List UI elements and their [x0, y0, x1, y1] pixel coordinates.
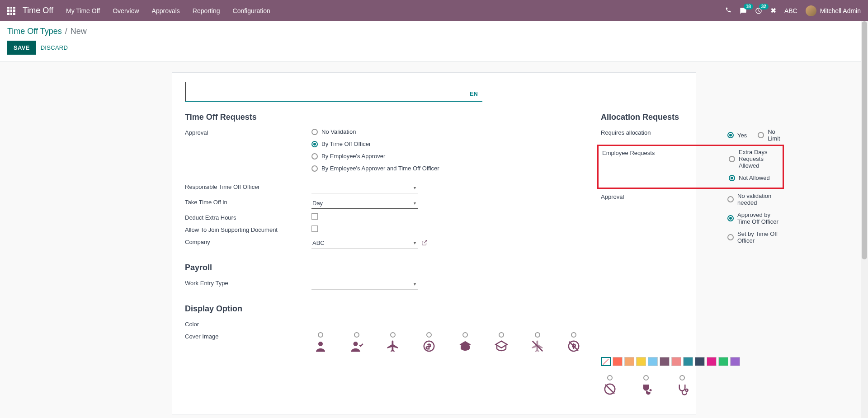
stethoscope-fill-icon [637, 382, 655, 396]
radio-by-officer[interactable]: By Time Off Officer [311, 141, 583, 147]
topbar-right: 18 32 ✖ ABC Mitchell Admin [725, 5, 861, 16]
color-none[interactable] [601, 357, 611, 366]
cover-radio-3[interactable] [390, 332, 396, 338]
app-title[interactable]: Time Off [23, 6, 53, 15]
svg-point-9 [650, 389, 652, 391]
label-take-time-off-in: Take Time Off in [185, 198, 311, 206]
cover-radio-5[interactable] [462, 332, 468, 338]
no-money-icon [565, 339, 583, 353]
menu-reporting[interactable]: Reporting [193, 7, 220, 14]
svg-point-2 [354, 342, 358, 346]
cover-radio-11[interactable] [679, 375, 685, 380]
radio-approval-right: No validation needed Approved by Time Of… [727, 193, 780, 244]
label-requires-allocation: Requires allocation [601, 128, 727, 136]
radio-alloc-yes[interactable]: Yes [727, 128, 747, 142]
checkbox-allow-supporting-doc[interactable] [311, 225, 318, 232]
activities-badge: 32 [759, 4, 769, 9]
svg-point-10 [686, 389, 688, 391]
color-swatch-6[interactable] [671, 357, 681, 366]
radio-employee-requests: Extra Days Requests Allowed Not Allowed [729, 149, 779, 181]
color-picker [601, 357, 780, 366]
graduation-outline-icon [492, 339, 510, 353]
phone-icon[interactable] [725, 7, 731, 15]
section-payroll: Payroll [185, 263, 583, 272]
breadcrumb: Time Off Types / New [7, 27, 861, 36]
person-icon [311, 339, 330, 353]
radio-approved-by-officer[interactable]: Approved by Time Off Officer [727, 211, 780, 225]
color-swatch-9[interactable] [707, 357, 717, 366]
stethoscope-outline-icon [673, 382, 691, 396]
radio-alloc-no-limit[interactable]: No Limit [758, 128, 780, 142]
checkbox-deduct-extra-hours[interactable] [311, 213, 318, 220]
money-icon [420, 339, 438, 353]
tools-icon[interactable]: ✖ [770, 6, 776, 15]
select-company[interactable]: ABC [311, 238, 418, 249]
color-swatch-5[interactable] [660, 357, 670, 366]
no-money-outline-icon [601, 382, 619, 396]
radio-not-allowed[interactable]: Not Allowed [729, 174, 779, 181]
color-swatch-8[interactable] [695, 357, 705, 366]
cover-radio-2[interactable] [354, 332, 359, 338]
cover-image-options [311, 332, 583, 353]
top-navbar: Time Off My Time Off Overview Approvals … [0, 0, 868, 21]
label-company: Company [185, 238, 311, 245]
radio-set-by-officer[interactable]: Set by Time Off Officer [727, 230, 780, 244]
color-swatch-7[interactable] [683, 357, 693, 366]
vertical-scrollbar[interactable] [861, 21, 868, 418]
cover-radio-4[interactable] [426, 332, 432, 338]
apps-icon[interactable] [7, 7, 15, 15]
label-allow-supporting-doc: Allow To Join Supporting Document [185, 225, 311, 233]
color-swatch-1[interactable] [613, 357, 623, 366]
color-swatch-2[interactable] [624, 357, 634, 366]
svg-point-1 [318, 342, 323, 346]
select-work-entry-type[interactable] [311, 279, 418, 290]
discard-button[interactable]: DISCARD [41, 44, 68, 51]
save-button[interactable]: SAVE [7, 41, 36, 55]
select-take-unit[interactable]: Day [311, 198, 418, 209]
menu-overview[interactable]: Overview [113, 7, 139, 14]
external-link-icon[interactable] [421, 240, 428, 247]
user-menu[interactable]: Mitchell Admin [806, 5, 861, 16]
radio-no-validation-needed[interactable]: No validation needed [727, 193, 780, 206]
cover-radio-6[interactable] [499, 332, 504, 338]
label-responsible-officer: Responsible Time Off Officer [185, 183, 311, 190]
radio-extra-days-allowed[interactable]: Extra Days Requests Allowed [729, 149, 779, 169]
plane-icon [384, 339, 402, 353]
label-approval-right: Approval [601, 193, 727, 200]
label-approval: Approval [185, 128, 311, 136]
lang-toggle[interactable]: EN [465, 87, 482, 101]
menu-approvals[interactable]: Approvals [152, 7, 180, 14]
cover-radio-1[interactable] [318, 332, 323, 338]
breadcrumb-parent[interactable]: Time Off Types [7, 27, 62, 36]
cover-radio-10[interactable] [643, 375, 649, 380]
user-name: Mitchell Admin [820, 7, 861, 14]
avatar [806, 5, 816, 16]
select-responsible-officer[interactable] [311, 183, 418, 193]
company-selector[interactable]: ABC [784, 7, 797, 14]
left-column: Time Off Requests Approval No Validation… [185, 113, 583, 396]
messages-icon[interactable]: 18 [740, 7, 747, 14]
svg-line-0 [424, 240, 427, 243]
color-swatch-4[interactable] [648, 357, 658, 366]
menu-configuration[interactable]: Configuration [233, 7, 270, 14]
name-input[interactable] [185, 82, 465, 101]
label-employee-requests: Employee Requests [602, 149, 729, 156]
cover-radio-9[interactable] [607, 375, 613, 380]
cover-radio-7[interactable] [535, 332, 540, 338]
menu-my-time-off[interactable]: My Time Off [66, 7, 100, 14]
graduation-icon [456, 339, 474, 353]
color-swatch-3[interactable] [636, 357, 646, 366]
color-swatch-10[interactable] [718, 357, 728, 366]
label-deduct-extra-hours: Deduct Extra Hours [185, 213, 311, 221]
activities-icon[interactable]: 32 [755, 7, 762, 14]
highlight-annotation: Employee Requests Extra Days Requests Al… [597, 145, 784, 189]
svg-line-6 [569, 342, 578, 351]
color-swatch-11[interactable] [730, 357, 740, 366]
scrollbar-thumb[interactable] [862, 21, 867, 259]
radio-by-both[interactable]: By Employee's Approver and Time Off Offi… [311, 165, 583, 172]
cover-radio-8[interactable] [571, 332, 576, 338]
radio-no-validation[interactable]: No Validation [311, 128, 583, 135]
radio-by-approver[interactable]: By Employee's Approver [311, 153, 583, 160]
messages-badge: 18 [744, 4, 753, 9]
no-plane-icon [528, 339, 547, 353]
